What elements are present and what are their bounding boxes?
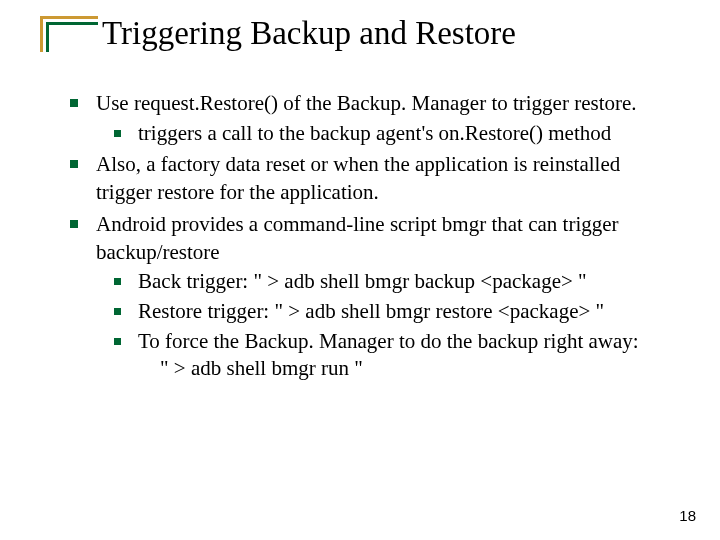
code: on.Restore() — [439, 121, 543, 145]
text: triggers a call to the backup agent's — [138, 121, 439, 145]
code: bmgr — [442, 212, 486, 236]
text: of the Backup. Manager to trigger restor… — [278, 91, 637, 115]
bullet-2: Also, a factory data reset or when the a… — [70, 151, 680, 206]
slide-title: Triggering Backup and Restore — [102, 15, 516, 51]
bullet-1: Use request.Restore() of the Backup. Man… — [70, 90, 680, 147]
bullet-3-2: Restore trigger: " > adb shell bmgr rest… — [114, 298, 680, 326]
code: request.Restore() — [134, 91, 278, 115]
text: To force the Backup. Manager to do the b… — [138, 329, 639, 353]
text: method — [543, 121, 611, 145]
bullet-3-3-cmd: " > adb shell bmgr run " — [138, 355, 680, 383]
text: Back trigger: " > adb shell bmgr backup … — [138, 269, 587, 293]
slide-body: Use request.Restore() of the Backup. Man… — [70, 90, 680, 387]
bullet-3-1: Back trigger: " > adb shell bmgr backup … — [114, 268, 680, 296]
bullet-1-1: triggers a call to the backup agent's on… — [114, 120, 680, 148]
text: Android provides a command-line script — [96, 212, 442, 236]
bullet-3: Android provides a command-line script b… — [70, 211, 680, 383]
text: Use — [96, 91, 134, 115]
page-number: 18 — [679, 507, 696, 524]
slide: Triggering Backup and Restore Use reques… — [0, 0, 720, 540]
title-wrap: Triggering Backup and Restore — [40, 16, 690, 52]
text: Restore trigger: " > adb shell bmgr rest… — [138, 299, 604, 323]
text: Also, a factory data reset or when the a… — [96, 152, 620, 204]
corner-ornament-icon — [40, 16, 98, 52]
bullet-3-3: To force the Backup. Manager to do the b… — [114, 328, 680, 383]
